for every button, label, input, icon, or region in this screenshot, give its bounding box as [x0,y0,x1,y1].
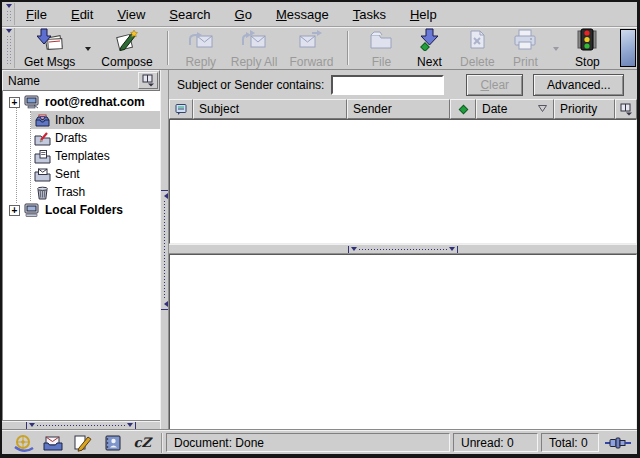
composer-component-button[interactable] [70,433,96,452]
reply-all-icon [241,28,267,54]
navigator-button[interactable] [11,433,37,452]
stop-button[interactable]: Stop [563,28,611,68]
menu-search[interactable]: Search [161,4,218,25]
expand-twisty[interactable]: + [9,205,20,216]
folder-row-drafts[interactable]: Drafts [31,129,160,147]
folder-pane-splitter[interactable] [160,70,169,430]
column-picker-icon [620,103,633,116]
splitter-grippy [348,245,458,254]
folder-row-sent[interactable]: Sent [31,165,160,183]
dropdown-arrow-icon [553,47,559,54]
menu-help[interactable]: Help [402,4,445,25]
chatzilla-icon: cZ [133,435,150,450]
menu-message[interactable]: Message [268,4,337,25]
search-input[interactable] [331,75,444,95]
mail-client-window: File Edit View Search Go Message Tasks H… [0,0,640,458]
folder-label: Templates [55,149,110,163]
online-plug-icon [605,437,631,449]
reply-button[interactable]: Reply [177,28,225,68]
print-button[interactable]: Print [501,28,549,68]
folder-label: Drafts [55,131,87,145]
folder-tree: + root@redhat.com [2,91,160,420]
address-book-button[interactable] [100,433,126,452]
irc-chat-button[interactable]: cZ [129,433,155,452]
status-bar: cZ Document: Done Unread: 0 Total: 0 [2,430,637,454]
folder-column-picker-button[interactable] [138,72,158,89]
folder-row-trash[interactable]: Trash [31,183,160,201]
account-row-root-redhat[interactable]: + root@redhat.com [3,93,160,111]
sender-column-header[interactable]: Sender [347,99,450,119]
get-msgs-button[interactable]: Get Msgs [18,28,81,68]
thread-column-picker-button[interactable] [615,99,637,119]
next-icon [416,28,442,54]
unread-diamond-icon [458,104,469,115]
unread-column-header[interactable] [450,99,476,119]
stop-icon [574,28,600,54]
menu-tasks[interactable]: Tasks [345,4,394,25]
menu-view[interactable]: View [109,4,153,25]
message-preview-pane[interactable] [169,254,637,430]
file-button[interactable]: File [357,28,405,68]
menu-file[interactable]: File [18,4,55,25]
folder-row-templates[interactable]: Templates [31,147,160,165]
date-column-header[interactable]: Date [476,99,554,119]
forward-button[interactable]: Forward [283,28,339,68]
dropdown-arrow-icon [85,47,91,54]
reply-all-button[interactable]: Reply All [225,28,284,68]
folder-column-name: Name [8,74,40,88]
account-row-local-folders[interactable]: + Local Folders [3,201,160,219]
forward-label: Forward [289,55,333,69]
folder-row-inbox[interactable]: Inbox [31,111,160,129]
folder-pane-bottom-splitter[interactable] [2,420,160,430]
forward-icon [298,28,324,54]
sort-descending-icon [537,102,548,116]
component-bar: cZ [5,433,163,453]
message-pane-splitter[interactable] [169,244,637,254]
delete-button[interactable]: Delete [453,28,501,68]
address-book-icon [102,434,124,452]
toolbar-separator [167,31,169,65]
online-status[interactable] [602,433,634,452]
unread-count-text: Unread: 0 [461,436,514,450]
print-dropdown[interactable] [549,28,563,68]
column-picker-icon [142,74,155,87]
menubar: File Edit View Search Go Message Tasks H… [2,2,637,27]
folder-label: Sent [55,167,80,181]
folder-pane-header[interactable]: Name [2,70,160,91]
total-count: Total: 0 [541,433,599,452]
menubar-grip[interactable] [4,3,15,25]
message-area: Subject or Sender contains: Clear Advanc… [169,70,637,430]
priority-column-header[interactable]: Priority [554,99,615,119]
splitter-grippy [161,190,168,310]
subject-column-header[interactable]: Subject [193,99,347,119]
expand-twisty[interactable]: + [9,97,20,108]
delete-icon [464,28,490,54]
compose-button[interactable]: Compose [95,28,158,68]
total-count-text: Total: 0 [549,436,588,450]
menu-go[interactable]: Go [227,4,260,25]
menu-edit[interactable]: Edit [63,4,101,25]
throbber[interactable] [620,29,636,67]
delete-label: Delete [460,55,495,69]
sender-column-label: Sender [353,102,392,116]
file-label: File [372,55,391,69]
subject-column-label: Subject [199,102,239,116]
advanced-button[interactable]: Advanced... [533,74,624,96]
account-label: Local Folders [45,203,123,217]
clear-button[interactable]: Clear [466,74,523,96]
mail-component-button[interactable] [40,433,66,452]
sent-icon [34,167,51,182]
message-list[interactable] [169,119,637,244]
inbox-icon [34,113,51,128]
mail-icon [42,434,64,452]
folder-pane: Name + [2,70,160,430]
thread-column-button[interactable] [169,99,193,119]
quick-search-bar: Subject or Sender contains: Clear Advanc… [169,70,637,99]
get-msgs-dropdown[interactable] [81,28,95,68]
next-button[interactable]: Next [405,28,453,68]
get-msgs-label: Get Msgs [24,55,75,69]
toolbar-grip[interactable] [4,28,15,68]
composer-icon [72,434,94,452]
thread-column-headers: Subject Sender Date [169,99,637,119]
templates-icon [34,149,51,164]
